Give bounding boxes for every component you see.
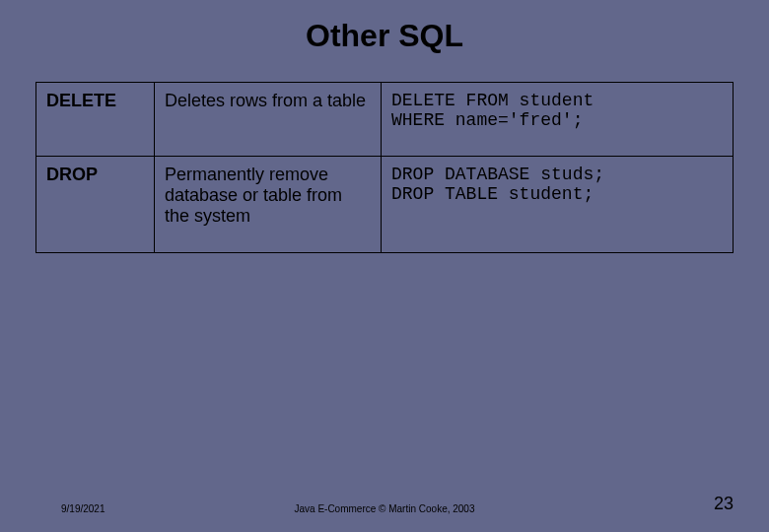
example-cell: DELETE FROM student WHERE name='fred';: [382, 83, 734, 157]
example-line: DROP DATABASE studs;: [391, 165, 723, 184]
description-cell: Permanently remove database or table fro…: [155, 157, 382, 253]
footer: 9/19/2021 Java E-Commerce © Martin Cooke…: [0, 495, 769, 514]
example-line: DELETE FROM student: [391, 91, 723, 110]
footer-page-number: 23: [714, 494, 734, 514]
sql-table: DELETE Deletes rows from a table DELETE …: [35, 82, 734, 253]
example-line: WHERE name='fred';: [391, 110, 723, 130]
command-cell: DELETE: [36, 83, 155, 157]
page-title: Other SQL: [0, 0, 769, 82]
table-row: DELETE Deletes rows from a table DELETE …: [36, 83, 734, 157]
example-cell: DROP DATABASE studs; DROP TABLE student;: [382, 157, 734, 253]
table-row: DROP Permanently remove database or tabl…: [36, 157, 734, 253]
description-cell: Deletes rows from a table: [155, 83, 382, 157]
footer-center: Java E-Commerce © Martin Cooke, 2003: [0, 503, 769, 514]
example-line: DROP TABLE student;: [391, 184, 723, 204]
command-cell: DROP: [36, 157, 155, 253]
